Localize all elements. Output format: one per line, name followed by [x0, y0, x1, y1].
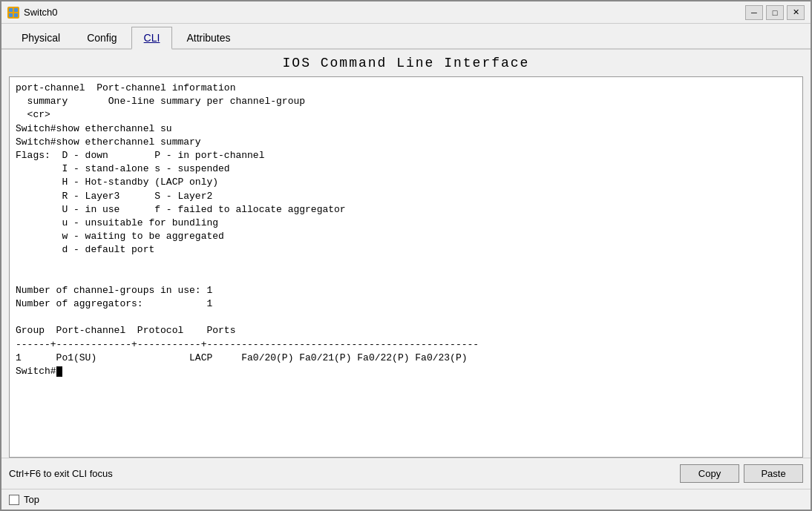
title-bar: Switch0 ─ □ ✕ — [1, 1, 811, 24]
close-button[interactable]: ✕ — [787, 5, 805, 20]
top-label: Top — [24, 494, 39, 505]
window-controls: ─ □ ✕ — [745, 5, 805, 20]
svg-rect-3 — [14, 13, 18, 17]
app-icon — [7, 7, 19, 19]
terminal-cursor — [56, 366, 62, 377]
svg-rect-1 — [14, 8, 18, 12]
terminal-area: port-channel Port-channel information su… — [9, 76, 803, 458]
window-title: Switch0 — [24, 7, 745, 18]
copy-button[interactable]: Copy — [680, 464, 739, 483]
tab-cli[interactable]: CLI — [131, 27, 173, 50]
terminal-output[interactable]: port-channel Port-channel information su… — [10, 77, 802, 457]
action-buttons: Copy Paste — [680, 464, 803, 483]
tab-attributes[interactable]: Attributes — [174, 27, 243, 48]
cli-hint: Ctrl+F6 to exit CLI focus — [9, 468, 113, 479]
tab-physical[interactable]: Physical — [9, 27, 73, 48]
bottom-bar: Top — [1, 489, 811, 510]
main-window: Switch0 ─ □ ✕ Physical Config CLI Attrib… — [0, 0, 812, 511]
maximize-button[interactable]: □ — [766, 5, 784, 20]
top-checkbox[interactable] — [9, 495, 19, 505]
minimize-button[interactable]: ─ — [745, 5, 763, 20]
tab-bar: Physical Config CLI Attributes — [1, 24, 811, 50]
status-bar: Ctrl+F6 to exit CLI focus Copy Paste — [1, 458, 811, 489]
paste-button[interactable]: Paste — [744, 464, 803, 483]
svg-rect-0 — [9, 8, 13, 12]
tab-config[interactable]: Config — [74, 27, 129, 48]
svg-rect-2 — [9, 13, 13, 17]
cli-heading: IOS Command Line Interface — [1, 50, 811, 76]
